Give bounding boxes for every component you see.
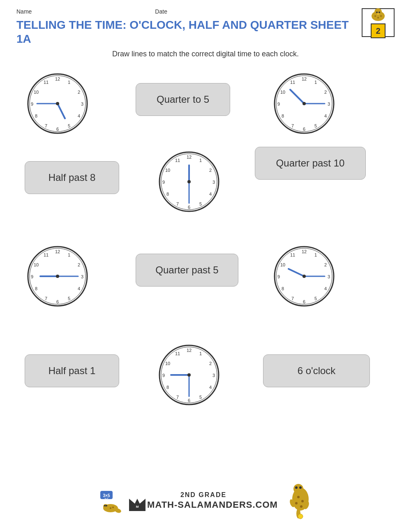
footer-salamander-right-icon bbox=[284, 483, 313, 520]
footer-text-area: 2ND GRADE M MATH-SALAMANDERS.COM bbox=[129, 491, 278, 511]
svg-text:9: 9 bbox=[31, 102, 33, 106]
svg-text:7: 7 bbox=[291, 296, 294, 301]
label-quarter-to-5: Quarter to 5 bbox=[136, 83, 230, 116]
footer: 3×5 15 2ND GRADE M MATH-SALAMANDERS.COM bbox=[0, 483, 411, 520]
clock-6: 12 1 2 3 4 5 6 7 8 9 10 11 bbox=[156, 342, 222, 409]
svg-text:3: 3 bbox=[212, 180, 215, 185]
svg-text:4: 4 bbox=[209, 385, 212, 390]
svg-text:5: 5 bbox=[199, 201, 202, 206]
svg-point-111 bbox=[187, 373, 191, 377]
svg-point-121 bbox=[112, 507, 114, 508]
svg-text:6: 6 bbox=[188, 398, 190, 403]
svg-text:8: 8 bbox=[282, 286, 284, 291]
svg-text:12: 12 bbox=[55, 249, 60, 254]
grade-number: 2 bbox=[371, 23, 386, 38]
svg-point-4 bbox=[376, 12, 378, 13]
svg-text:3: 3 bbox=[81, 274, 83, 279]
logo-box: 2 bbox=[362, 8, 395, 37]
name-label: Name bbox=[16, 8, 32, 15]
svg-text:2: 2 bbox=[78, 90, 80, 95]
svg-text:15: 15 bbox=[104, 497, 109, 502]
svg-text:4: 4 bbox=[78, 113, 80, 118]
svg-text:1: 1 bbox=[68, 252, 70, 257]
svg-point-43 bbox=[302, 102, 306, 105]
label-half-past-1: Half past 1 bbox=[25, 354, 119, 387]
svg-text:10: 10 bbox=[165, 361, 170, 366]
svg-text:4: 4 bbox=[209, 192, 212, 197]
clock-1-svg: 12 1 2 3 4 5 6 7 8 9 10 11 bbox=[25, 71, 90, 136]
label-6-oclock: 6 o'clock bbox=[263, 354, 370, 387]
svg-point-120 bbox=[110, 507, 111, 509]
date-label: Date bbox=[155, 8, 167, 15]
svg-text:6: 6 bbox=[56, 299, 59, 304]
name-date-area: Name Date bbox=[16, 8, 167, 15]
clock-5-svg: 12 1 2 3 4 5 6 7 8 9 10 11 bbox=[271, 243, 337, 309]
svg-text:5: 5 bbox=[314, 296, 317, 301]
svg-text:8: 8 bbox=[282, 113, 284, 118]
svg-text:10: 10 bbox=[280, 90, 285, 95]
svg-text:10: 10 bbox=[280, 262, 285, 267]
svg-text:M: M bbox=[136, 505, 139, 509]
svg-text:11: 11 bbox=[44, 80, 48, 85]
clock-5: 12 1 2 3 4 5 6 7 8 9 10 11 bbox=[271, 243, 337, 311]
svg-text:3: 3 bbox=[81, 102, 83, 106]
svg-text:7: 7 bbox=[176, 201, 179, 206]
svg-text:7: 7 bbox=[176, 395, 179, 400]
main-content: 12 1 2 3 4 5 6 7 8 9 10 11 Quarter to 5 … bbox=[16, 67, 395, 437]
svg-text:12: 12 bbox=[187, 348, 192, 353]
svg-point-131 bbox=[297, 496, 300, 498]
svg-text:4: 4 bbox=[78, 286, 80, 291]
footer-logo-icon: M bbox=[129, 499, 145, 511]
svg-text:12: 12 bbox=[302, 76, 307, 81]
svg-point-60 bbox=[187, 180, 191, 183]
svg-point-118 bbox=[104, 505, 106, 507]
svg-point-6 bbox=[377, 13, 379, 15]
label-quarter-past-10: Quarter past 10 bbox=[255, 147, 366, 180]
svg-point-8 bbox=[377, 17, 379, 19]
svg-text:5: 5 bbox=[68, 123, 70, 128]
label-half-past-8: Half past 8 bbox=[25, 161, 119, 194]
clock-2: 12 1 2 3 4 5 6 7 8 9 10 11 bbox=[271, 71, 337, 138]
svg-point-26 bbox=[56, 102, 59, 105]
top-bar: Name Date bbox=[16, 8, 395, 15]
svg-text:9: 9 bbox=[162, 373, 165, 378]
svg-text:8: 8 bbox=[166, 192, 169, 197]
svg-point-117 bbox=[103, 504, 108, 509]
svg-text:4: 4 bbox=[324, 286, 327, 291]
svg-text:1: 1 bbox=[199, 351, 202, 356]
clock-4-svg: 12 1 2 3 4 5 6 7 8 9 10 11 bbox=[25, 243, 90, 309]
svg-text:2: 2 bbox=[78, 262, 80, 267]
footer-site: MATH-SALAMANDERS.COM bbox=[147, 500, 278, 510]
svg-point-94 bbox=[302, 275, 306, 278]
svg-text:7: 7 bbox=[45, 123, 47, 128]
svg-text:10: 10 bbox=[165, 168, 170, 173]
svg-point-126 bbox=[299, 486, 302, 489]
svg-point-124 bbox=[293, 484, 303, 494]
clock-4: 12 1 2 3 4 5 6 7 8 9 10 11 bbox=[25, 243, 90, 311]
clock-1: 12 1 2 3 4 5 6 7 8 9 10 11 bbox=[25, 71, 90, 138]
svg-text:1: 1 bbox=[314, 252, 317, 257]
svg-text:9: 9 bbox=[277, 102, 280, 106]
svg-text:11: 11 bbox=[290, 252, 295, 257]
footer-salamander-left-icon: 3×5 15 bbox=[98, 487, 123, 516]
label-quarter-past-5: Quarter past 5 bbox=[136, 254, 238, 287]
page-title: TELLING THE TIME: O'CLOCK, HALF AND QUAR… bbox=[16, 18, 358, 46]
svg-text:12: 12 bbox=[55, 76, 60, 81]
svg-point-133 bbox=[295, 502, 298, 504]
svg-text:11: 11 bbox=[175, 351, 180, 356]
logo-animal-icon bbox=[368, 7, 388, 23]
svg-text:2: 2 bbox=[324, 262, 327, 267]
svg-text:2: 2 bbox=[324, 90, 327, 95]
svg-text:11: 11 bbox=[290, 80, 295, 85]
svg-text:10: 10 bbox=[34, 90, 39, 95]
svg-text:1: 1 bbox=[314, 80, 317, 85]
footer-grade: 2ND GRADE bbox=[129, 491, 278, 499]
svg-text:5: 5 bbox=[199, 395, 202, 400]
svg-text:9: 9 bbox=[31, 274, 33, 279]
svg-text:6: 6 bbox=[303, 127, 305, 132]
svg-text:1: 1 bbox=[68, 80, 70, 85]
svg-text:9: 9 bbox=[162, 180, 165, 185]
svg-text:3: 3 bbox=[328, 102, 330, 106]
instruction-text: Draw lines to match the correct digital … bbox=[16, 50, 395, 58]
svg-point-5 bbox=[379, 12, 380, 13]
